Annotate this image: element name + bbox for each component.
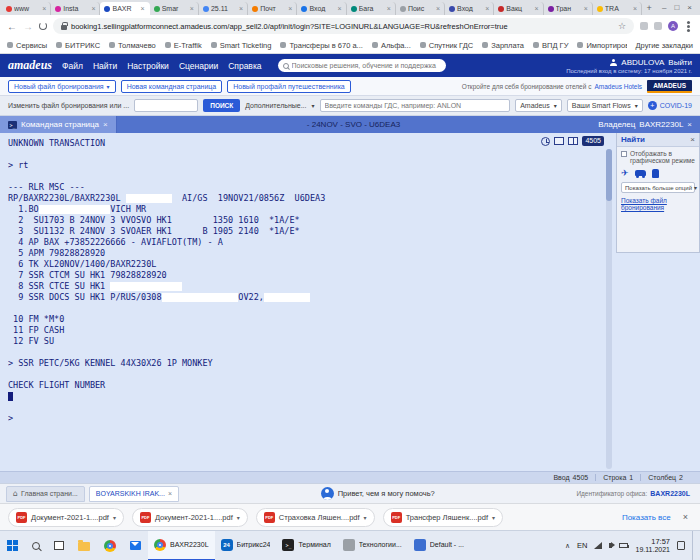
tab-close-icon[interactable]: ×: [387, 5, 391, 12]
menu-item[interactable]: Настройки: [127, 61, 169, 71]
tab-pnr-boyarskikh[interactable]: BOYARSKIKH IRAK... ×: [89, 486, 179, 502]
bookmark-item[interactable]: Альфа...: [372, 41, 411, 50]
browser-tab[interactable]: Insta×: [51, 2, 100, 15]
tab-close-icon[interactable]: ×: [239, 5, 243, 12]
more-criteria-link[interactable]: Дополнительные...: [245, 102, 306, 109]
toolbar-button[interactable]: Новый файл бронирования▾: [8, 80, 116, 93]
tab-close-icon[interactable]: ×: [584, 5, 588, 12]
tab-close-icon[interactable]: ×: [534, 5, 538, 12]
action-center-icon[interactable]: [677, 541, 685, 550]
tab-close-icon[interactable]: ×: [338, 5, 342, 12]
graphic-mode-option[interactable]: Отображать в графическом режиме: [621, 150, 695, 164]
taskbar-window-button[interactable]: >_Терминал: [276, 531, 336, 560]
browser-tab[interactable]: www×: [2, 2, 51, 15]
battery-icon[interactable]: [619, 543, 628, 548]
pinned-app-button[interactable]: [71, 531, 97, 560]
bookmark-item[interactable]: Трансферы в 670 а...: [280, 41, 362, 50]
other-bookmarks[interactable]: Другие закладки: [636, 41, 693, 50]
smartflows-select[interactable]: Ваши Smart Flows ▾: [567, 99, 643, 112]
show-all-downloads-button[interactable]: Показать все: [622, 513, 671, 522]
amadeus-search-input[interactable]: [292, 62, 441, 69]
menu-item[interactable]: Найти: [93, 61, 117, 71]
chevron-down-icon[interactable]: ▾: [364, 514, 367, 521]
network-icon[interactable]: [594, 542, 602, 549]
tab-close-icon[interactable]: ×: [485, 5, 489, 12]
tab-close-icon[interactable]: ×: [190, 5, 194, 12]
pinned-app-button[interactable]: [97, 531, 123, 560]
show-pnr-link[interactable]: Показать файл бронирования: [621, 197, 695, 211]
taskbar-window-button[interactable]: BAXR2230L: [148, 531, 215, 560]
search-button[interactable]: ПОИСК: [203, 99, 240, 112]
tray-expand-icon[interactable]: ∧: [565, 542, 570, 550]
browser-tab[interactable]: Вход×: [297, 2, 346, 15]
browser-tab[interactable]: BAXR×: [100, 2, 149, 15]
browser-tab[interactable]: Вакц×: [494, 2, 543, 15]
tab-close-icon[interactable]: ×: [103, 120, 108, 129]
menu-item[interactable]: Файл: [62, 61, 83, 71]
refresh-button[interactable]: [39, 22, 47, 30]
close-icon[interactable]: ×: [690, 135, 695, 144]
browser-tab[interactable]: 25.11×: [199, 2, 248, 15]
command-page-tab[interactable]: >_ Командная страница ×: [0, 116, 117, 133]
browser-tab[interactable]: Smar×: [150, 2, 199, 15]
terminal-output[interactable]: UNKNOWN TRANSACTION> rt--- RLR MSC ---RP…: [8, 138, 604, 469]
bookmark-item[interactable]: Спутник ГДС: [420, 41, 473, 50]
tab-close-icon[interactable]: ×: [633, 5, 637, 12]
task-view-button[interactable]: [47, 531, 71, 560]
amadeus-search[interactable]: [278, 59, 446, 72]
more-options-select[interactable]: Показать больше опций ▾: [621, 182, 695, 193]
browser-tab[interactable]: Бага×: [347, 2, 396, 15]
bookmark-item[interactable]: ВПД ГУ: [533, 41, 568, 50]
taskbar-window-button[interactable]: 24Битрикс24: [215, 531, 277, 560]
taskbar-window-button[interactable]: Default - ...: [408, 531, 470, 560]
browser-tab[interactable]: Поис×: [396, 2, 445, 15]
taskbar-search-button[interactable]: [25, 531, 47, 560]
browser-tab[interactable]: Вход×: [445, 2, 494, 15]
logout-link[interactable]: Выйти: [668, 58, 692, 67]
tab-close-icon[interactable]: ×: [42, 5, 46, 12]
chevron-down-icon[interactable]: ▾: [492, 514, 495, 521]
gds-command-input[interactable]: [320, 99, 511, 112]
taskbar-window-button[interactable]: Технологии...: [337, 531, 408, 560]
language-indicator[interactable]: EN: [577, 541, 587, 550]
tab-close-icon[interactable]: ×: [288, 5, 292, 12]
bookmark-item[interactable]: Smart Ticketing: [211, 41, 272, 50]
close-icon[interactable]: ×: [687, 120, 692, 129]
toolbar-button[interactable]: Новый профайл путешественника: [227, 80, 351, 93]
profile-avatar[interactable]: A: [668, 21, 678, 31]
download-item[interactable]: PDFДокумент-2021-1....pdf▾: [132, 508, 248, 527]
download-item[interactable]: PDFДокумент-2021-1....pdf▾: [8, 508, 124, 527]
bookmark-item[interactable]: Сервисы: [7, 41, 47, 50]
tab-close-icon[interactable]: ×: [168, 490, 172, 497]
split-view-icon[interactable]: [568, 137, 578, 145]
chevron-down-icon[interactable]: ▾: [237, 514, 240, 521]
bookmark-item[interactable]: Импортировано...: [577, 41, 626, 50]
new-tab-button[interactable]: +: [642, 2, 656, 15]
bookmark-item[interactable]: E-Traffik: [165, 41, 202, 50]
plane-icon[interactable]: ✈: [621, 169, 629, 178]
bookmark-item[interactable]: БИТРИКС: [56, 41, 100, 50]
bookmark-item[interactable]: Толмачево: [109, 41, 156, 50]
train-icon[interactable]: [652, 169, 659, 178]
minimize-button[interactable]: –: [662, 3, 666, 12]
menu-item[interactable]: Справка: [228, 61, 261, 71]
chat-widget[interactable]: Привет, чем я могу помочь?: [321, 487, 435, 500]
menu-item[interactable]: Сценарии: [179, 61, 218, 71]
promo-link[interactable]: Amadeus Hotels: [594, 83, 642, 90]
chevron-down-icon[interactable]: ▾: [113, 514, 116, 521]
download-item[interactable]: PDFСтраховка Ляшен....pdf▾: [256, 508, 375, 527]
tab-close-icon[interactable]: ×: [141, 5, 145, 12]
tab-close-icon[interactable]: ×: [91, 5, 95, 12]
toolbar-button[interactable]: Новая командная страница: [121, 80, 223, 93]
scrollbar-thumb[interactable]: [606, 149, 612, 201]
tab-close-icon[interactable]: ×: [436, 5, 440, 12]
tab-home-page[interactable]: ⌂ Главная страни...: [6, 486, 85, 502]
volume-icon[interactable]: [609, 543, 612, 548]
bookmark-star-icon[interactable]: ☆: [618, 21, 626, 31]
show-desktop-button[interactable]: [692, 531, 696, 560]
browser-tab[interactable]: Почт×: [248, 2, 297, 15]
car-icon[interactable]: [635, 170, 646, 176]
browser-tab[interactable]: Тран×: [544, 2, 593, 15]
bookmark-item[interactable]: Зарплата: [482, 41, 524, 50]
extension-icon[interactable]: [640, 22, 648, 30]
